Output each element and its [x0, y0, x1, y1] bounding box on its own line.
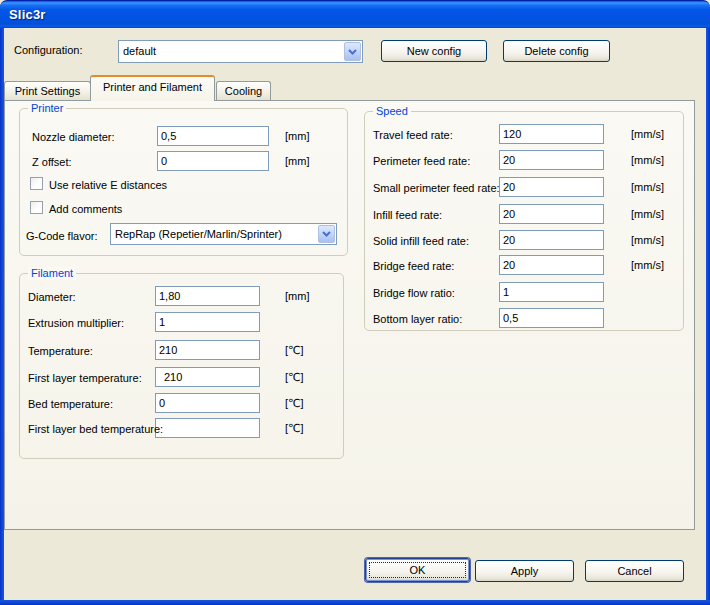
bridge-flow-ratio-input[interactable] — [499, 282, 604, 302]
tab-print-settings[interactable]: Print Settings — [4, 81, 91, 100]
apply-button[interactable]: Apply — [475, 560, 574, 582]
ok-button[interactable]: OK — [365, 558, 470, 582]
bed-temperature-input[interactable] — [155, 393, 260, 413]
small-perimeter-feed-rate-label: Small perimeter feed rate: — [373, 181, 500, 195]
chevron-down-icon[interactable] — [344, 42, 361, 61]
small-perimeter-feed-rate-input[interactable] — [499, 177, 604, 197]
bed-temperature-unit: [℃] — [285, 397, 303, 410]
travel-feed-rate-input[interactable] — [499, 124, 604, 144]
first-layer-bed-temperature-label: First layer bed temperature: — [28, 422, 163, 436]
printer-group-title: Printer — [28, 102, 66, 115]
gcode-flavor-selected-value: RepRap (Repetier/Marlin/Sprinter) — [115, 228, 282, 240]
infill-feed-rate-unit: [mm/s] — [631, 208, 664, 220]
z-offset-input[interactable] — [157, 151, 269, 171]
configuration-label: Configuration: — [14, 43, 83, 57]
first-layer-temperature-input[interactable] — [155, 367, 260, 387]
tab-printer-and-filament[interactable]: Printer and Filament — [90, 75, 215, 101]
configuration-selected-value: default — [123, 45, 156, 57]
bridge-feed-rate-input[interactable] — [499, 255, 604, 275]
diameter-label: Diameter: — [28, 290, 76, 304]
extrusion-multiplier-input[interactable] — [155, 312, 260, 332]
solid-infill-feed-rate-label: Solid infill feed rate: — [373, 234, 469, 248]
perimeter-feed-rate-input[interactable] — [499, 150, 604, 170]
solid-infill-feed-rate-unit: [mm/s] — [631, 234, 664, 246]
bridge-feed-rate-unit: [mm/s] — [631, 259, 664, 271]
nozzle-diameter-unit: [mm] — [285, 130, 309, 142]
slic3r-window: Slic3r Configuration: default New config… — [0, 0, 710, 605]
window-title: Slic3r — [9, 7, 46, 22]
infill-feed-rate-input[interactable] — [499, 204, 604, 224]
cancel-button[interactable]: Cancel — [585, 560, 684, 582]
bottom-layer-ratio-label: Bottom layer ratio: — [373, 312, 462, 326]
new-config-button[interactable]: New config — [381, 40, 487, 62]
diameter-unit: [mm] — [285, 290, 309, 302]
diameter-input[interactable] — [155, 286, 260, 306]
z-offset-label: Z offset: — [32, 155, 72, 169]
bridge-feed-rate-label: Bridge feed rate: — [373, 259, 454, 273]
delete-config-button[interactable]: Delete config — [503, 40, 610, 62]
window-frame-bottom — [0, 600, 710, 605]
first-layer-temperature-unit: [℃] — [285, 371, 303, 384]
tab-cooling[interactable]: Cooling — [216, 81, 271, 100]
nozzle-diameter-input[interactable] — [157, 126, 269, 146]
window-content: Configuration: default New config Delete… — [4, 28, 706, 600]
gcode-flavor-label: G-Code flavor: — [26, 229, 98, 243]
use-relative-e-distances-label: Use relative E distances — [49, 178, 167, 192]
perimeter-feed-rate-label: Perimeter feed rate: — [373, 154, 470, 168]
window-frame-right — [706, 28, 710, 600]
add-comments-checkbox[interactable] — [30, 201, 43, 214]
z-offset-unit: [mm] — [285, 155, 309, 167]
bridge-flow-ratio-label: Bridge flow ratio: — [373, 286, 455, 300]
temperature-label: Temperature: — [28, 344, 93, 358]
configuration-select[interactable]: default — [118, 40, 363, 63]
chevron-down-icon[interactable] — [318, 225, 335, 243]
first-layer-bed-temperature-input[interactable] — [155, 418, 260, 438]
temperature-input[interactable] — [155, 340, 260, 360]
temperature-unit: [℃] — [285, 344, 303, 357]
first-layer-bed-temperature-unit: [℃] — [285, 422, 303, 435]
speed-group-title: Speed — [373, 105, 411, 118]
infill-feed-rate-label: Infill feed rate: — [373, 208, 442, 222]
tab-panel-printer-and-filament: Printer Nozzle diameter: [mm] Z offset: … — [4, 100, 695, 530]
gcode-flavor-select[interactable]: RepRap (Repetier/Marlin/Sprinter) — [110, 223, 337, 245]
first-layer-temperature-label: First layer temperature: — [28, 371, 142, 385]
bed-temperature-label: Bed temperature: — [28, 397, 113, 411]
filament-group-title: Filament — [28, 267, 76, 280]
extrusion-multiplier-label: Extrusion multiplier: — [28, 316, 124, 330]
small-perimeter-feed-rate-unit: [mm/s] — [631, 181, 664, 193]
use-relative-e-distances-checkbox[interactable] — [30, 177, 43, 190]
travel-feed-rate-label: Travel feed rate: — [373, 128, 453, 142]
nozzle-diameter-label: Nozzle diameter: — [32, 130, 115, 144]
solid-infill-feed-rate-input[interactable] — [499, 230, 604, 250]
bottom-layer-ratio-input[interactable] — [499, 308, 604, 328]
travel-feed-rate-unit: [mm/s] — [631, 128, 664, 140]
add-comments-label: Add comments — [49, 202, 122, 216]
speed-group: Speed Travel feed rate: [mm/s] Perimeter… — [364, 111, 684, 331]
filament-group: Filament Diameter: [mm] Extrusion multip… — [19, 273, 344, 459]
perimeter-feed-rate-unit: [mm/s] — [631, 154, 664, 166]
title-bar[interactable]: Slic3r — [0, 0, 710, 28]
printer-group: Printer Nozzle diameter: [mm] Z offset: … — [19, 108, 348, 256]
